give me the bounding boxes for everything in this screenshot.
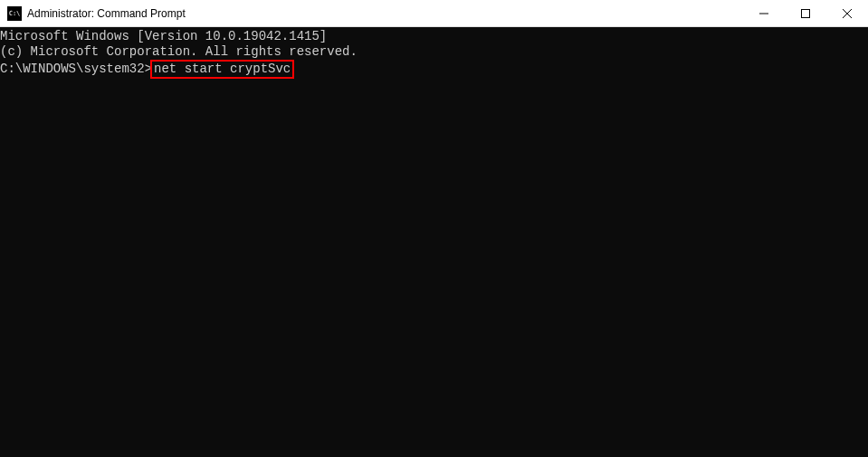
- minimize-icon: [759, 9, 768, 18]
- window-titlebar: C:\ Administrator: Command Prompt: [0, 0, 868, 27]
- terminal-prompt: C:\WINDOWS\system32>: [0, 62, 152, 76]
- svg-rect-1: [802, 9, 810, 17]
- command-highlight: net start cryptSvc: [150, 60, 294, 79]
- maximize-button[interactable]: [785, 0, 826, 26]
- window-title: Administrator: Command Prompt: [27, 7, 743, 20]
- minimize-button[interactable]: [743, 0, 785, 26]
- terminal-line-copyright: (c) Microsoft Corporation. All rights re…: [0, 44, 868, 60]
- maximize-icon: [801, 9, 810, 18]
- terminal-line-version: Microsoft Windows [Version 10.0.19042.14…: [0, 29, 868, 44]
- terminal-prompt-line: C:\WINDOWS\system32>net start cryptSvc: [0, 60, 868, 79]
- terminal-command: net start cryptSvc: [154, 62, 291, 76]
- window-controls: [743, 0, 868, 26]
- close-button[interactable]: [826, 0, 868, 26]
- cmd-icon-text: C:\: [9, 10, 21, 17]
- close-icon: [843, 9, 852, 18]
- cmd-icon: C:\: [7, 6, 22, 21]
- terminal-area[interactable]: Microsoft Windows [Version 10.0.19042.14…: [0, 27, 868, 457]
